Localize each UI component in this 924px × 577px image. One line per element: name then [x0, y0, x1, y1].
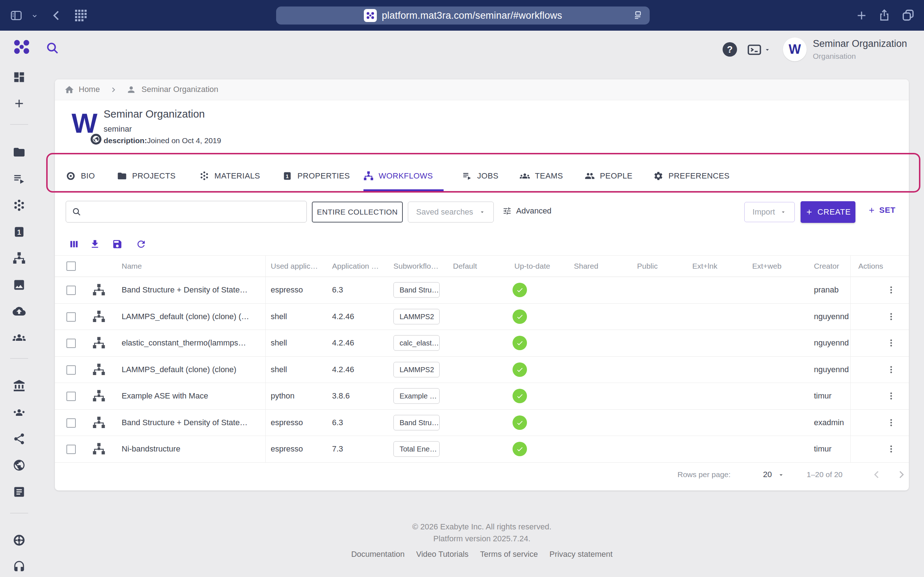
- entire-collection-button[interactable]: ENTIRE COLLECTION: [312, 201, 403, 222]
- col-ext-lnk[interactable]: Ext+lnk: [692, 262, 717, 271]
- workflow-name[interactable]: Example ASE with Mace: [122, 391, 208, 401]
- footer-link-documentation[interactable]: Documentation: [351, 550, 405, 559]
- search-icon[interactable]: [45, 41, 59, 55]
- tabs-overview-icon[interactable]: [901, 9, 914, 22]
- subworkflow-chip[interactable]: Total Ene…: [393, 442, 439, 457]
- sidebar-share-icon[interactable]: [13, 432, 26, 445]
- sidebar-jobs-icon[interactable]: [13, 172, 26, 185]
- tab-projects[interactable]: PROJECTS: [117, 161, 176, 191]
- row-actions-button[interactable]: [885, 443, 897, 455]
- col-up-to-date[interactable]: Up-to-date: [514, 262, 550, 271]
- console-button[interactable]: [746, 43, 771, 57]
- sidebar-upload-icon[interactable]: [13, 305, 26, 318]
- sidebar-support-icon[interactable]: [13, 561, 26, 574]
- mat3ra-logo[interactable]: [12, 37, 31, 56]
- col-application-version[interactable]: Application …: [332, 262, 379, 271]
- save-icon[interactable]: [112, 239, 123, 250]
- workflow-name[interactable]: Band Structure + Density of State…: [122, 418, 247, 427]
- sidebar-materials-icon[interactable]: [13, 199, 26, 212]
- subworkflow-chip[interactable]: LAMMPS2: [393, 362, 439, 377]
- tab-people[interactable]: PEOPLE: [585, 161, 632, 191]
- subworkflow-chip[interactable]: LAMMPS2: [393, 309, 439, 324]
- row-actions-button[interactable]: [885, 364, 897, 376]
- advanced-filter-toggle[interactable]: Advanced: [502, 206, 551, 216]
- subworkflow-chip[interactable]: calc_elast…: [393, 335, 439, 351]
- tab-preferences[interactable]: PREFERENCES: [653, 161, 729, 191]
- sidebar-workflows-icon[interactable]: [13, 252, 26, 265]
- workflow-name[interactable]: LAMMPS_default (clone) (clone): [122, 365, 236, 374]
- sidebar-media-icon[interactable]: [13, 279, 26, 292]
- sidebar-people-icon[interactable]: [13, 331, 26, 344]
- footer-link-terms[interactable]: Terms of service: [480, 550, 538, 559]
- col-default[interactable]: Default: [453, 262, 477, 271]
- sidebar-toggle-icon[interactable]: [10, 10, 23, 22]
- row-checkbox[interactable]: [66, 418, 76, 428]
- col-creator[interactable]: Creator: [814, 262, 839, 271]
- tab-materials[interactable]: MATERIALS: [199, 161, 260, 191]
- sidebar-projects-icon[interactable]: [13, 146, 26, 159]
- sidebar-properties-icon[interactable]: 1: [13, 226, 26, 239]
- tab-teams[interactable]: TEAMS: [520, 161, 563, 191]
- sidebar-teams-icon[interactable]: [13, 406, 26, 419]
- caret-down-icon[interactable]: [777, 471, 785, 479]
- search-input[interactable]: [85, 201, 307, 222]
- col-shared[interactable]: Shared: [574, 262, 598, 271]
- col-used-application[interactable]: Used applic…: [271, 262, 318, 271]
- sidebar-dashboard-icon[interactable]: [13, 71, 26, 84]
- tab-bio[interactable]: BIO: [66, 161, 95, 191]
- col-public[interactable]: Public: [637, 262, 657, 271]
- download-icon[interactable]: [89, 239, 100, 250]
- tab-workflows[interactable]: WORKFLOWS: [363, 161, 433, 191]
- workflow-name[interactable]: Ni-bandstructure: [122, 444, 181, 454]
- row-actions-button[interactable]: [885, 311, 897, 323]
- set-button[interactable]: SET: [868, 206, 895, 215]
- row-checkbox[interactable]: [66, 445, 76, 454]
- tab-properties[interactable]: 1 PROPERTIES: [282, 161, 350, 191]
- refresh-icon[interactable]: [136, 239, 147, 250]
- reader-mode-icon[interactable]: [632, 10, 643, 21]
- tab-jobs[interactable]: JOBS: [462, 161, 498, 191]
- row-checkbox[interactable]: [66, 285, 76, 295]
- col-subworkflows[interactable]: Subworkflo…: [393, 262, 439, 271]
- next-page-button[interactable]: [896, 469, 907, 480]
- sidebar-add-icon[interactable]: [13, 97, 26, 110]
- select-all-checkbox[interactable]: [66, 261, 76, 271]
- create-button[interactable]: CREATE: [801, 201, 855, 223]
- sidebar-organization-icon[interactable]: [13, 379, 26, 392]
- sidebar-helm-icon[interactable]: [13, 534, 26, 547]
- row-checkbox[interactable]: [66, 312, 76, 322]
- footer-link-video-tutorials[interactable]: Video Tutorials: [416, 550, 468, 559]
- workflow-name[interactable]: LAMMPS_default (clone) (clone) (…: [122, 312, 249, 321]
- import-dropdown[interactable]: Import: [744, 202, 795, 222]
- address-bar[interactable]: platform.mat3ra.com/seminar/#workflows: [276, 6, 650, 24]
- workflow-name[interactable]: Band Structure + Density of State…: [122, 285, 247, 295]
- org-avatar[interactable]: W: [783, 37, 807, 61]
- sidebar-resources-icon[interactable]: [13, 485, 26, 498]
- home-icon[interactable]: [64, 85, 74, 95]
- help-button[interactable]: ?: [723, 42, 737, 56]
- row-actions-button[interactable]: [885, 416, 897, 429]
- share-icon[interactable]: [878, 9, 891, 22]
- subworkflow-chip[interactable]: Band Stru…: [393, 282, 439, 298]
- sidebar-web-icon[interactable]: [13, 459, 26, 472]
- col-name[interactable]: Name: [122, 262, 142, 271]
- workflow-name[interactable]: elastic_constant_thermo(lammps…: [122, 338, 246, 348]
- row-checkbox[interactable]: [66, 392, 76, 401]
- row-actions-button[interactable]: [885, 390, 897, 402]
- footer-link-privacy[interactable]: Privacy statement: [549, 550, 612, 559]
- subworkflow-chip[interactable]: Example …: [393, 388, 439, 404]
- row-actions-button[interactable]: [885, 284, 897, 296]
- new-tab-icon[interactable]: [856, 10, 867, 21]
- chevron-down-icon[interactable]: [32, 13, 37, 19]
- row-checkbox[interactable]: [66, 365, 76, 375]
- row-actions-button[interactable]: [885, 337, 897, 349]
- breadcrumb-home[interactable]: Home: [79, 85, 100, 94]
- rows-per-page-value[interactable]: 20: [763, 470, 772, 479]
- col-ext-web[interactable]: Ext+web: [752, 262, 782, 271]
- grid-icon[interactable]: [75, 10, 87, 21]
- columns-icon[interactable]: [69, 239, 79, 250]
- subworkflow-chip[interactable]: Band Stru…: [393, 415, 439, 430]
- back-icon[interactable]: [50, 10, 63, 22]
- previous-page-button[interactable]: [871, 469, 882, 480]
- row-checkbox[interactable]: [66, 338, 76, 348]
